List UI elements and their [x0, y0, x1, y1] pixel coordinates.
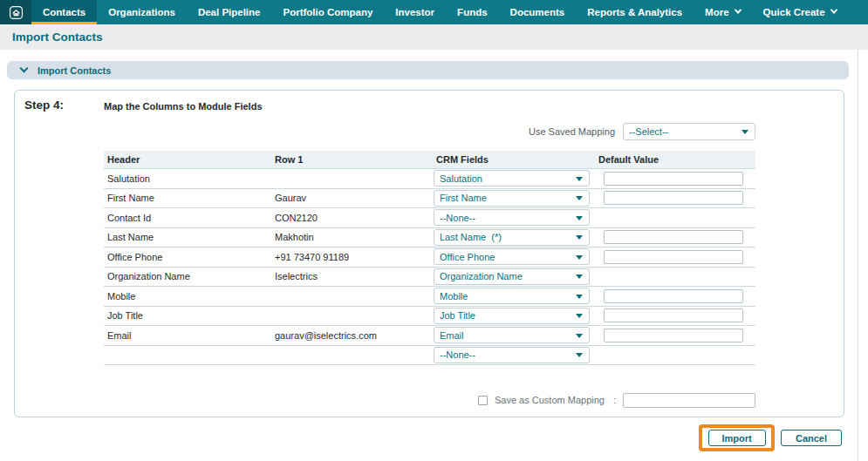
saved-mapping-select[interactable]: --Select-- [623, 123, 755, 140]
crm-field-cell: Job Title [433, 308, 595, 324]
table-header-row: Header Row 1 CRM Fields Default Value [104, 151, 755, 169]
table-row: First Name Gaurav First Name [104, 189, 755, 209]
save-custom-mapping-label: Save as Custom Mapping [495, 395, 605, 405]
crm-field-cell: First Name [433, 190, 595, 207]
header-cell: Office Phone [104, 252, 271, 262]
crm-field-cell: Organization Name [433, 268, 595, 285]
table-row: Mobile Mobile [104, 287, 755, 307]
crm-field-select[interactable]: Organization Name [434, 268, 590, 285]
crm-field-cell: --None-- [433, 209, 595, 226]
crm-field-cell: Mobile [433, 288, 595, 304]
crm-field-value: Salutation [440, 173, 482, 184]
dropdown-arrow-icon [576, 177, 583, 181]
crm-field-select[interactable]: Last Name (*) [434, 229, 590, 246]
row1-cell: gaurav@iselectrics.com [271, 330, 433, 341]
crm-field-value: Organization Name [440, 271, 523, 281]
step-label: Step 4: [24, 98, 64, 112]
dropdown-arrow-icon [576, 295, 583, 299]
dropdown-arrow-icon [576, 255, 583, 260]
dropdown-arrow-icon [576, 314, 583, 318]
crm-field-select[interactable]: --None-- [434, 209, 590, 226]
header-cell: Mobile [104, 291, 271, 302]
header-cell: First Name [104, 193, 271, 203]
crm-field-select[interactable]: Email [434, 327, 590, 343]
home-button[interactable] [0, 0, 31, 24]
default-value-input[interactable] [604, 329, 743, 342]
tab-funds[interactable]: Funds [446, 0, 499, 24]
crm-field-value: Office Phone [440, 252, 495, 262]
chevron-down-icon [830, 6, 837, 13]
column-mapping-table: Header Row 1 CRM Fields Default Value Sa… [104, 151, 755, 365]
table-row: Contact Id CON2120 --None-- [104, 208, 755, 228]
tab-label: More [705, 7, 728, 17]
default-value-input[interactable] [604, 289, 743, 303]
default-value-input[interactable] [604, 308, 743, 322]
default-value-cell [595, 308, 755, 322]
tab-portfolio-company[interactable]: Portfolio Company [271, 0, 384, 24]
nav-tabs: Contacts Organizations Deal Pipeline Por… [31, 0, 848, 24]
import-button[interactable]: Import [708, 430, 766, 446]
tab-more[interactable]: More [694, 0, 751, 24]
header-cell: Last Name [104, 232, 271, 242]
header-cell: Organization Name [104, 271, 271, 281]
default-value-cell [595, 329, 755, 342]
default-value-cell [595, 250, 755, 264]
crm-field-select[interactable]: Salutation [434, 170, 590, 186]
crm-field-cell: Last Name (*) [433, 229, 595, 246]
default-value-input[interactable] [604, 172, 743, 186]
default-value-input[interactable] [604, 191, 743, 205]
tab-quick-create[interactable]: Quick Create [752, 0, 848, 24]
row1-cell: Gaurav [271, 193, 433, 203]
header-cell: Email [104, 330, 271, 341]
tab-investor[interactable]: Investor [384, 0, 446, 24]
column-header: Row 1 [271, 154, 433, 165]
tab-label: Quick Create [763, 7, 825, 17]
crm-field-select[interactable]: --None-- [434, 347, 590, 363]
tab-reports-analytics[interactable]: Reports & Analytics [576, 0, 694, 24]
default-value-cell [595, 289, 755, 303]
crm-field-value: Mobile [440, 291, 468, 302]
crm-field-select[interactable]: Job Title [434, 308, 590, 324]
row1-cell: Makhotin [271, 232, 433, 242]
tab-contacts[interactable]: Contacts [31, 0, 97, 24]
page-title-bar: Import Contacts [0, 24, 868, 50]
chevron-down-icon [20, 64, 29, 73]
row1-cell: +91 73470 91189 [271, 252, 433, 262]
default-value-input[interactable] [604, 250, 743, 264]
tab-documents[interactable]: Documents [499, 0, 577, 24]
tab-label: Organizations [108, 7, 175, 17]
tab-label: Portfolio Company [283, 7, 372, 17]
crm-field-cell: --None-- [433, 347, 595, 363]
table-row: Job Title Job Title [104, 307, 755, 327]
crm-field-value: --None-- [440, 213, 475, 223]
tab-label: Deal Pipeline [198, 7, 261, 17]
custom-mapping-name-input[interactable] [623, 393, 755, 408]
default-value-input[interactable] [604, 230, 743, 244]
crm-field-cell: Email [433, 327, 595, 343]
crm-field-value: Email [440, 330, 464, 341]
row1-cell: CON2120 [271, 213, 433, 223]
page-edge-divider [858, 50, 858, 461]
page-title: Import Contacts [12, 31, 103, 44]
dropdown-arrow-icon [576, 334, 583, 338]
cancel-button[interactable]: Cancel [781, 430, 842, 446]
crm-field-select[interactable]: Mobile [434, 288, 590, 304]
tab-organizations[interactable]: Organizations [97, 0, 187, 24]
table-row: Last Name Makhotin Last Name (*) [104, 228, 755, 248]
import-highlight-annotation: Import [699, 424, 775, 451]
crm-field-select[interactable]: First Name [434, 190, 590, 207]
import-contacts-screen: Contacts Organizations Deal Pipeline Por… [0, 0, 868, 461]
save-custom-mapping-checkbox[interactable] [478, 396, 488, 405]
header-cell: Contact Id [104, 213, 271, 223]
dropdown-arrow-icon [742, 130, 748, 134]
use-saved-mapping-row: Use Saved Mapping --Select-- [15, 122, 755, 140]
import-contacts-section-header[interactable]: Import Contacts [7, 61, 849, 79]
default-value-cell [595, 230, 755, 244]
table-row: Organization Name Iselectrics Organizati… [104, 268, 755, 288]
tab-deal-pipeline[interactable]: Deal Pipeline [187, 0, 272, 24]
default-value-cell [595, 191, 755, 205]
crm-field-select[interactable]: Office Phone [434, 248, 590, 265]
home-icon [9, 5, 24, 20]
header-cell: Job Title [104, 310, 271, 321]
column-header: Default Value [595, 154, 755, 165]
